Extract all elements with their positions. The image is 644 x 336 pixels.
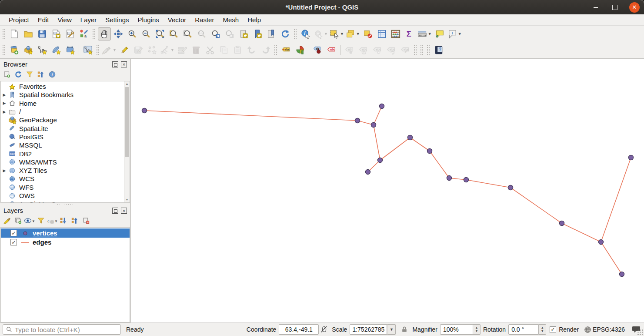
menu-mesh[interactable]: Mesh <box>218 15 243 24</box>
add-selected-layers-button[interactable] <box>2 70 12 81</box>
locate-input[interactable]: Type to locate (Ctrl+K) <box>3 324 121 335</box>
menu-help[interactable]: Help <box>243 15 265 24</box>
measure-button[interactable]: ▼ <box>417 27 432 40</box>
browser-close-icon[interactable]: × <box>121 61 127 67</box>
refresh-map-button[interactable] <box>279 27 292 40</box>
layer-diagram-options-button[interactable] <box>294 44 307 57</box>
minimize-button[interactable] <box>591 3 601 12</box>
zoom-out-button[interactable] <box>140 27 153 40</box>
browser-item-home[interactable]: ▶Home <box>1 99 130 108</box>
collapse-all-layers-button[interactable] <box>70 216 80 227</box>
pan-to-selection-button[interactable] <box>112 27 125 40</box>
new-temporary-scratch-layer-button[interactable] <box>63 44 77 57</box>
expand-arrow-icon[interactable]: ▶ <box>1 168 8 173</box>
scrollbar-thumb[interactable] <box>125 87 129 157</box>
crs-globe-icon[interactable] <box>582 324 593 335</box>
menu-vector[interactable]: Vector <box>164 15 191 24</box>
show-spatial-bookmarks-button[interactable] <box>251 27 264 40</box>
render-check-icon[interactable]: ✓ <box>550 326 556 333</box>
rotation-spinbox[interactable]: 0.0 ° ▲▼ <box>508 324 546 335</box>
browser-item-wfs[interactable]: WFS <box>1 183 130 192</box>
expand-arrow-icon[interactable]: ▶ <box>1 101 8 105</box>
dropdown-arrow-icon[interactable]: ▼ <box>340 32 344 36</box>
filter-legend-button[interactable] <box>36 216 46 227</box>
collapse-all-button[interactable] <box>36 70 46 81</box>
new-spatialite-layer-button[interactable] <box>50 44 63 57</box>
enable-properties-widget-button[interactable]: i <box>47 70 57 81</box>
magnifier-spinbox[interactable]: 100% ▲▼ <box>440 324 480 335</box>
layers-close-icon[interactable]: × <box>121 208 127 214</box>
manage-map-themes-button[interactable]: ▼ <box>24 216 35 227</box>
scale-dropdown-icon[interactable]: ▼ <box>387 324 396 335</box>
browser-item-mssql[interactable]: MSSQL <box>1 141 130 149</box>
browser-scrollbar[interactable]: ▲ ▼ <box>124 81 130 202</box>
refresh-browser-button[interactable] <box>13 70 23 81</box>
scroll-up-icon[interactable]: ▲ <box>124 81 130 87</box>
layer-item-vertices[interactable]: ✓vertices <box>1 228 130 238</box>
dropdown-arrow-icon[interactable]: ▼ <box>324 32 328 36</box>
browser-item-ows[interactable]: OWS <box>1 192 130 200</box>
maximize-button[interactable] <box>610 3 620 12</box>
select-features-by-value-button[interactable]: ▼ <box>345 27 360 40</box>
menu-plugins[interactable]: Plugins <box>133 15 164 24</box>
map-tips-button[interactable] <box>433 27 446 40</box>
menu-project[interactable]: Project <box>4 15 33 24</box>
layer-item-edges[interactable]: ✓edges <box>1 238 130 247</box>
layer-labeling-options-button[interactable]: abc <box>280 44 293 57</box>
expand-all-layers-button[interactable] <box>58 216 69 227</box>
browser-item--[interactable]: ▶/ <box>1 108 130 116</box>
identify-features-button[interactable]: i <box>299 27 312 40</box>
new-shapefile-layer-button[interactable] <box>36 44 49 57</box>
pan-map-button[interactable] <box>98 27 111 40</box>
dropdown-arrow-icon[interactable]: ▼ <box>113 48 117 52</box>
help-button[interactable]: ? <box>432 44 445 57</box>
layers-float-icon[interactable] <box>112 208 118 214</box>
browser-item-geopackage[interactable]: GeoPackage <box>1 116 130 124</box>
bookmark-manager-button[interactable] <box>265 27 278 40</box>
statistical-summary-button[interactable] <box>389 27 402 40</box>
open-layer-styling-button[interactable] <box>2 216 12 227</box>
lock-scale-icon[interactable] <box>399 324 410 335</box>
browser-float-icon[interactable] <box>112 61 118 67</box>
save-project-button[interactable] <box>36 27 49 40</box>
browser-item-favorites[interactable]: Favorites <box>1 82 130 91</box>
menu-settings[interactable]: Settings <box>101 15 133 24</box>
select-features-button[interactable]: ▼ <box>329 27 344 40</box>
zoom-full-button[interactable] <box>153 27 167 40</box>
title-bar[interactable]: *Untitled Project - QGIS ✕ <box>0 0 644 14</box>
crs-status[interactable]: EPSG:4326 <box>593 326 625 333</box>
magnifier-value[interactable]: 100% <box>440 324 473 335</box>
close-button[interactable]: ✕ <box>629 2 640 13</box>
new-virtual-layer-button[interactable] <box>81 44 94 57</box>
text-annotation-button[interactable]: T▼ <box>447 27 462 40</box>
open-data-source-manager-button[interactable] <box>8 44 21 57</box>
browser-item-db2[interactable]: DB2DB2 <box>1 149 130 158</box>
highlight-pinned-labels-button[interactable]: abc <box>325 44 338 57</box>
filter-browser-button[interactable] <box>24 70 35 81</box>
menu-view[interactable]: View <box>53 15 76 24</box>
filter-by-expression-button[interactable]: ε▼ <box>47 216 57 227</box>
remove-layer-button[interactable] <box>81 216 91 227</box>
pin-unpin-labels-button[interactable]: ab <box>311 44 324 57</box>
zoom-to-layer-button[interactable] <box>181 27 194 40</box>
rotation-spin-icons[interactable]: ▲▼ <box>539 324 546 335</box>
coordinate-input[interactable]: 63.4,-49.1 <box>279 324 319 335</box>
browser-item-spatial-bookmarks[interactable]: ▶Spatial Bookmarks <box>1 91 130 99</box>
new-spatial-bookmark-button[interactable] <box>237 27 250 40</box>
open-project-button[interactable] <box>22 27 35 40</box>
render-checkbox[interactable]: ✓ Render <box>550 326 579 333</box>
dropdown-arrow-icon[interactable]: ▼ <box>170 48 174 52</box>
resize-grip[interactable] <box>637 329 643 335</box>
menu-edit[interactable]: Edit <box>33 15 53 24</box>
dropdown-arrow-icon[interactable]: ▼ <box>54 219 58 223</box>
rotation-value[interactable]: 0.0 ° <box>508 324 539 335</box>
style-manager-button[interactable]: a <box>77 27 90 40</box>
show-statistical-summary-button[interactable]: Σ <box>403 27 416 40</box>
magnifier-spin-icons[interactable]: ▲▼ <box>473 324 480 335</box>
browser-item-arcgismapserver[interactable]: ArcGisMapServer <box>1 200 130 203</box>
menu-layer[interactable]: Layer <box>76 15 101 24</box>
browser-item-xyz-tiles[interactable]: ▶XYZ Tiles <box>1 166 130 175</box>
expand-arrow-icon[interactable]: ▶ <box>1 110 8 114</box>
toggle-editing-button[interactable] <box>118 44 131 57</box>
open-attribute-table-button[interactable] <box>375 27 388 40</box>
